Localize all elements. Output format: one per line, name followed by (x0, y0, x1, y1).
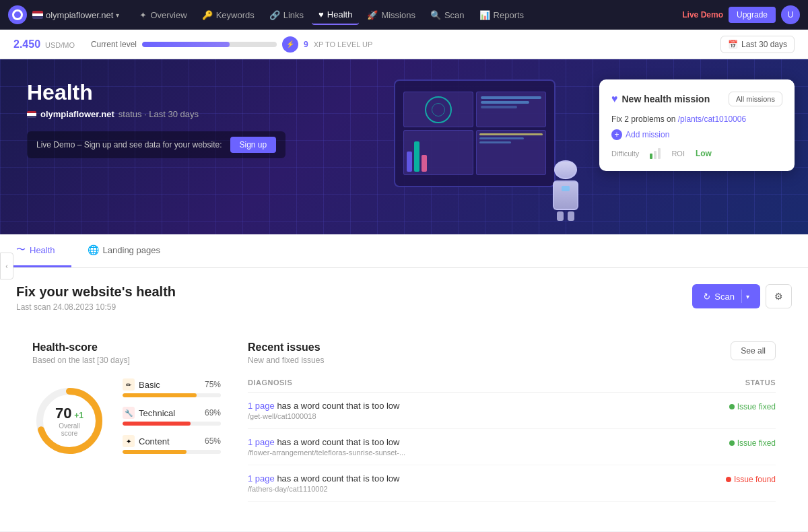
all-missions-button[interactable]: All missions (729, 92, 782, 106)
roi-label: ROI (671, 149, 685, 158)
xp-progress-bar (142, 42, 277, 47)
add-mission-plus-icon: + (611, 129, 622, 140)
status-label-1: Issue fixed (737, 438, 776, 448)
issue-text-1: has a word count that is too low (277, 437, 399, 447)
nav-icon-missions: 🚀 (367, 10, 378, 20)
issue-path-1: /flower-arrangement/telefloras-sunrise-s… (248, 448, 649, 457)
health-score-title: Health-score (32, 341, 221, 354)
see-all-button[interactable]: See all (731, 341, 776, 360)
nav-item-keywords[interactable]: 🔑Keywords (195, 6, 261, 24)
score-bar-header-0: ✏ Basic 75% (123, 378, 221, 391)
date-range-label: Last 30 days (741, 40, 787, 49)
score-bar-icon-1: 🔧 (123, 407, 135, 419)
user-avatar[interactable]: U (781, 5, 800, 24)
robot-legs (545, 211, 586, 221)
bar-fill-0 (123, 393, 197, 397)
difficulty-label: Difficulty (611, 149, 639, 158)
issue-link-1[interactable]: 1 page (248, 437, 275, 447)
nav-item-missions[interactable]: 🚀Missions (360, 6, 422, 24)
left-scroll-arrow[interactable]: ‹ (0, 253, 13, 279)
nav-item-health[interactable]: ♥Health (312, 5, 359, 25)
mission-problem-text: Fix 2 problems on (611, 114, 675, 124)
upgrade-button[interactable]: Upgrade (729, 7, 776, 23)
nav-item-links[interactable]: 🔗Links (263, 6, 310, 24)
score-bar-icon-0: ✏ (123, 378, 135, 391)
status-badge-1: Issue fixed (729, 438, 776, 448)
score-ring-wrap: 70 +1 Overall score ✏ Basic 75% 🔧 Techni… (32, 378, 221, 463)
issue-main-text-1: 1 page has a word count that is too low (248, 437, 649, 447)
score-bar-label-0: Basic (139, 380, 201, 390)
price-unit: USD/MO (45, 41, 75, 49)
issue-main-text-0: 1 page has a word count that is too low (248, 401, 649, 411)
site-flag (32, 11, 43, 19)
settings-button[interactable]: ⚙ (766, 284, 792, 308)
scan-button[interactable]: ↻ Scan ▾ (692, 284, 760, 308)
issue-link-2[interactable]: 1 page (248, 473, 275, 484)
mission-title-wrap: ♥ New health mission (611, 93, 710, 105)
settings-icon: ⚙ (774, 291, 783, 302)
difficulty-bars (650, 148, 661, 159)
score-bar-label-2: Content (139, 436, 201, 446)
fix-title: Fix your website's health (16, 284, 176, 300)
mission-problem-link[interactable]: /plants/cat1010006 (678, 114, 746, 124)
issues-header: Recent issues New and fixed issues See a… (248, 341, 776, 365)
content-title-wrap: Fix your website's health Last scan 24.0… (16, 284, 176, 312)
nav-icon-reports: 📊 (479, 10, 490, 20)
issues-title-wrap: Recent issues New and fixed issues (248, 341, 324, 365)
nav-icon-links: 🔗 (269, 10, 280, 20)
mission-meta: Difficulty ROI Low (611, 148, 782, 159)
ring-score-wrap: 70 +1 (51, 405, 88, 422)
date-range-button[interactable]: 📅 Last 30 days (720, 36, 795, 53)
scan-button-label: Scan (714, 292, 735, 302)
col-diagnosis: DIAGNOSIS (248, 376, 649, 393)
nav-icon-health: ♥ (318, 9, 324, 20)
nav-item-reports[interactable]: 📊Reports (473, 6, 531, 24)
nav-item-overview[interactable]: ✦Overview (133, 6, 193, 24)
status-badge-0: Issue fixed (729, 402, 776, 411)
recent-issues-section: Recent issues New and fixed issues See a… (248, 341, 776, 502)
issue-link-0[interactable]: 1 page (248, 401, 275, 411)
roi-value: Low (696, 149, 712, 158)
hero-flag (27, 111, 36, 118)
xp-amount: 9 (304, 40, 308, 49)
hero-subtitle-text: status · Last 30 days (119, 109, 199, 119)
status-dot-0 (729, 404, 735, 409)
price-display: 2.450 USD/MO (13, 38, 75, 51)
ring-label: Overall score (51, 422, 88, 437)
nav-item-scan[interactable]: 🔍Scan (424, 6, 471, 24)
diff-bar-3 (658, 148, 661, 159)
hero-site: olympiaflower.net (40, 109, 114, 119)
issues-table-body: 1 page has a word count that is too low … (248, 393, 776, 502)
logo-circle (12, 9, 23, 20)
scan-refresh-icon: ↻ (702, 290, 712, 302)
bar-track-0 (123, 393, 221, 397)
add-mission[interactable]: + Add mission (611, 129, 782, 140)
issue-diagnosis-0: 1 page has a word count that is too low … (248, 393, 649, 429)
mission-problem: Fix 2 problems on /plants/cat1010006 (611, 114, 782, 124)
site-selector[interactable]: olympiaflower.net ▾ (32, 10, 119, 20)
health-score-section: Health-score Based on the last [30 days]… (32, 341, 221, 502)
status-label-2: Issue found (734, 475, 776, 484)
scan-dropdown-icon: ▾ (746, 293, 749, 300)
tab-landing-pages[interactable]: 🌐Landing pages (71, 234, 176, 267)
site-name: olympiaflower.net (46, 10, 113, 20)
status-label-0: Issue fixed (737, 402, 776, 411)
navbar-right: Live Demo Upgrade U (682, 5, 800, 24)
issue-status-0: Issue fixed (649, 393, 776, 429)
mission-heart-icon: ♥ (611, 93, 618, 105)
price-value: 2.450 (13, 38, 40, 50)
signup-button[interactable]: Sign up (230, 137, 277, 153)
score-bar-header-1: 🔧 Technical 69% (123, 407, 221, 419)
status-dot-2 (726, 477, 731, 482)
site-chevron: ▾ (116, 11, 119, 19)
score-bar-technical: 🔧 Technical 69% (123, 407, 221, 426)
score-bar-basic: ✏ Basic 75% (123, 378, 221, 397)
tabs-row: 〜Health🌐Landing pages (0, 234, 808, 268)
xp-label: XP TO LEVEL UP (314, 40, 373, 48)
mission-card: ♥ New health mission All missions Fix 2 … (599, 79, 795, 171)
nav-label-keywords: Keywords (216, 10, 255, 20)
col-status: STATUS (649, 376, 776, 393)
issues-table-head: DIAGNOSIS STATUS (248, 376, 776, 393)
issue-text-0: has a word count that is too low (277, 401, 399, 411)
score-ring-container: 70 +1 Overall score (32, 384, 106, 458)
